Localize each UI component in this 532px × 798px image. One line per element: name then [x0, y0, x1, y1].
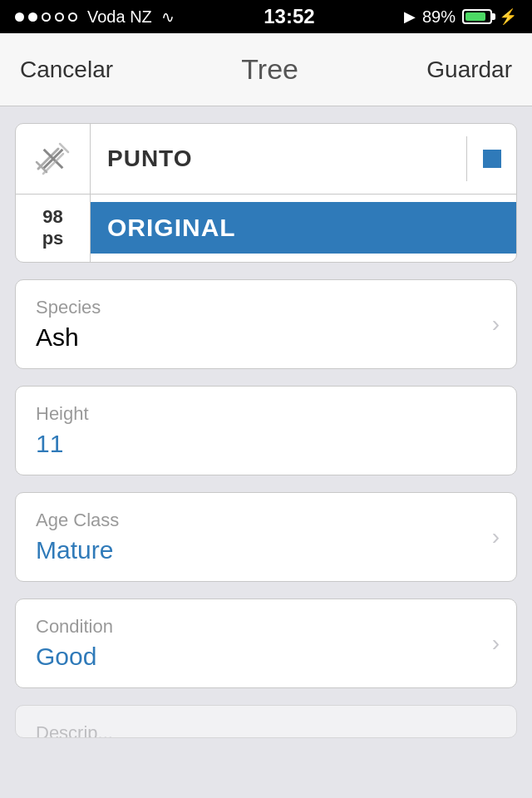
signal-dot-5	[68, 12, 77, 22]
size-unit: ps	[42, 228, 64, 249]
location-icon: ▶	[404, 7, 416, 26]
selected-option[interactable]: ORIGINAL	[91, 202, 516, 254]
color-square	[483, 150, 501, 168]
species-label: Species	[36, 297, 496, 318]
age-class-label: Age Class	[36, 510, 496, 531]
type-label: PUNTO	[91, 132, 466, 185]
navigation-bar: Cancelar Tree Guardar	[0, 33, 532, 106]
description-field-partial: Descrip...	[16, 706, 516, 738]
main-content: PUNTO 98 ps ORIGINAL Species Ash › Heigh…	[0, 106, 532, 771]
battery-fill	[466, 12, 485, 21]
signal-strength	[15, 12, 77, 22]
color-indicator-cell	[466, 136, 516, 181]
status-time: 13:52	[264, 5, 314, 28]
bolt-icon: ⚡	[499, 7, 517, 26]
description-section-partial: Descrip...	[15, 705, 517, 738]
battery-icon	[462, 9, 492, 24]
age-class-field[interactable]: Age Class Mature ›	[16, 493, 516, 581]
save-button[interactable]: Guardar	[426, 57, 512, 83]
species-chevron-icon: ›	[492, 311, 500, 337]
carrier-label: Voda NZ	[87, 7, 152, 27]
size-value: 98	[42, 206, 62, 228]
signal-dot-2	[28, 12, 37, 22]
signal-dot-1	[15, 12, 24, 22]
page-title: Tree	[241, 53, 298, 86]
condition-chevron-icon: ›	[492, 630, 500, 657]
status-left: Voda NZ ∿	[15, 7, 175, 27]
height-section: Height 11	[15, 386, 517, 475]
condition-value: Good	[36, 643, 496, 671]
condition-section: Condition Good ›	[15, 598, 517, 688]
age-class-chevron-icon: ›	[492, 524, 500, 550]
height-label: Height	[36, 403, 496, 425]
type-icon-cell	[16, 124, 91, 194]
battery-percent: 89%	[422, 7, 456, 27]
wifi-icon: ∿	[161, 7, 175, 27]
species-field[interactable]: Species Ash ›	[16, 280, 516, 368]
status-right: ▶ 89% ⚡	[404, 7, 517, 27]
species-section: Species Ash ›	[15, 279, 517, 369]
size-cell: 98 ps	[16, 195, 91, 262]
type-selector-card: PUNTO 98 ps ORIGINAL	[15, 123, 517, 263]
condition-field[interactable]: Condition Good ›	[16, 599, 516, 687]
cancel-button[interactable]: Cancelar	[20, 57, 113, 83]
condition-label: Condition	[36, 616, 496, 638]
signal-dot-4	[55, 12, 64, 22]
description-label-partial: Descrip...	[36, 722, 496, 738]
battery-indicator	[462, 9, 492, 24]
age-class-value: Mature	[36, 536, 496, 564]
location-pin-icon	[32, 137, 75, 180]
age-class-section: Age Class Mature ›	[15, 492, 517, 582]
type-selector-top-row: PUNTO	[16, 124, 516, 195]
signal-dot-3	[42, 12, 51, 22]
type-selector-bottom-row: 98 ps ORIGINAL	[16, 195, 516, 262]
height-value: 11	[36, 430, 496, 458]
species-value: Ash	[36, 323, 496, 352]
height-field[interactable]: Height 11	[16, 387, 516, 475]
status-bar: Voda NZ ∿ 13:52 ▶ 89% ⚡	[0, 0, 532, 33]
